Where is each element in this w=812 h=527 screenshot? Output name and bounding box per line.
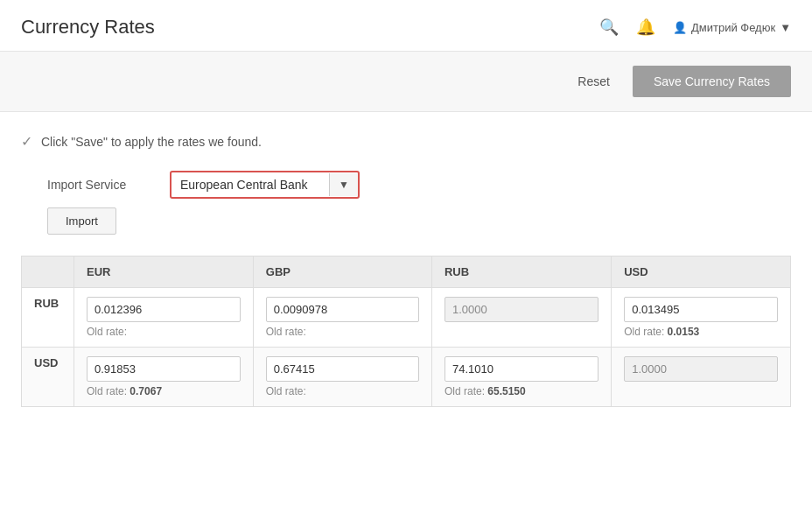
- rate-input-usd-rub[interactable]: [444, 356, 598, 382]
- user-name: Дмитрий Федюк: [691, 21, 775, 34]
- table-header-rub: RUB: [431, 256, 611, 288]
- old-rate-usd-gbp: Old rate:: [266, 385, 419, 397]
- page-title: Currency Rates: [21, 16, 155, 39]
- toolbar: Reset Save Currency Rates: [0, 52, 812, 112]
- rate-input-rub-eur[interactable]: [87, 297, 241, 322]
- table-cell-usd-usd: [612, 348, 791, 407]
- header: Currency Rates 🔍 🔔 👤 Дмитрий Федюк ▼: [0, 0, 812, 52]
- table-header-eur: EUR: [74, 256, 254, 288]
- table-row-label-rub: RUB: [22, 288, 74, 348]
- old-rate-rub-gbp: Old rate:: [266, 326, 419, 338]
- old-rate-usd-rub: Old rate: 65.5150: [444, 385, 598, 397]
- save-button[interactable]: Save Currency Rates: [633, 66, 791, 97]
- bell-icon[interactable]: 🔔: [636, 18, 655, 37]
- old-rate-value-usd-rub: 65.5150: [485, 385, 526, 397]
- select-dropdown-arrow-icon: ▼: [329, 173, 358, 196]
- table-header-gbp: GBP: [253, 256, 431, 288]
- user-icon: 👤: [673, 21, 687, 34]
- search-icon[interactable]: 🔍: [599, 18, 619, 37]
- check-icon: ✓: [21, 133, 32, 150]
- user-menu[interactable]: 👤 Дмитрий Федюк ▼: [673, 21, 791, 34]
- table-cell-usd-gbp[interactable]: Old rate:: [253, 348, 431, 407]
- content-area: ✓ Click "Save" to apply the rates we fou…: [0, 112, 812, 407]
- table-cell-usd-eur[interactable]: Old rate: 0.7067: [74, 348, 254, 407]
- header-actions: 🔍 🔔 👤 Дмитрий Федюк ▼: [599, 18, 791, 37]
- table-row: RUBOld rate:Old rate:Old rate: 0.0153: [22, 288, 791, 348]
- rate-input-rub-usd[interactable]: [624, 297, 778, 322]
- table-header-usd: USD: [612, 256, 791, 288]
- table-cell-usd-rub[interactable]: Old rate: 65.5150: [431, 348, 611, 407]
- reset-button[interactable]: Reset: [569, 69, 619, 94]
- import-service-select[interactable]: European Central Bank Other Service: [172, 172, 329, 197]
- rates-table: EUR GBP RUB USD RUBOld rate:Old rate:Old…: [21, 256, 791, 407]
- success-message: ✓ Click "Save" to apply the rates we fou…: [21, 133, 791, 150]
- import-button[interactable]: Import: [47, 207, 116, 235]
- table-cell-rub-rub: [431, 288, 611, 348]
- table-cell-rub-gbp[interactable]: Old rate:: [253, 288, 431, 348]
- success-text: Click "Save" to apply the rates we found…: [41, 135, 262, 149]
- rate-input-usd-gbp[interactable]: [266, 356, 419, 382]
- rate-input-rub-gbp[interactable]: [266, 297, 419, 322]
- import-service-row: Import Service European Central Bank Oth…: [21, 171, 791, 199]
- rate-input-rub-rub: [444, 297, 598, 322]
- user-dropdown-arrow: ▼: [780, 21, 791, 34]
- old-rate-value-rub-usd: 0.0153: [664, 326, 699, 338]
- old-rate-value-usd-eur: 0.7067: [127, 385, 162, 397]
- rate-input-usd-eur[interactable]: [87, 356, 241, 382]
- table-row: USDOld rate: 0.7067Old rate:Old rate: 65…: [22, 348, 791, 407]
- import-button-row: Import: [21, 207, 791, 235]
- table-header-empty: [22, 256, 74, 288]
- table-row-label-usd: USD: [22, 348, 74, 407]
- import-service-label: Import Service: [47, 178, 152, 192]
- table-cell-rub-eur[interactable]: Old rate:: [74, 288, 254, 348]
- import-service-select-wrapper[interactable]: European Central Bank Other Service ▼: [170, 171, 360, 199]
- old-rate-rub-eur: Old rate:: [87, 326, 241, 338]
- rate-input-usd-usd: [624, 356, 778, 382]
- old-rate-rub-usd: Old rate: 0.0153: [624, 326, 778, 338]
- table-cell-rub-usd[interactable]: Old rate: 0.0153: [612, 288, 791, 348]
- old-rate-usd-eur: Old rate: 0.7067: [87, 385, 241, 397]
